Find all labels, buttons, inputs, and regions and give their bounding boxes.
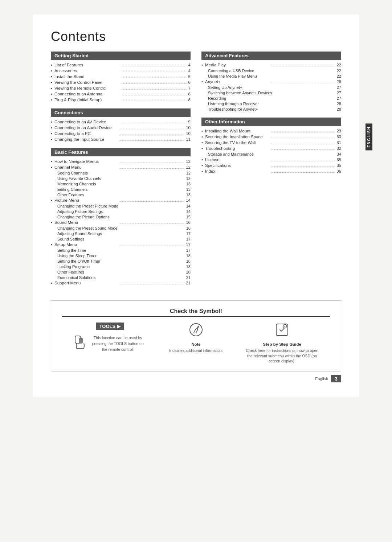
tools-badge-container: TOOLS ▶ [96, 323, 124, 332]
list-item: Changing the Input Source 11 [51, 136, 191, 142]
footer-language: English [315, 377, 328, 381]
list-item: Listening through a Receiver 28 [201, 101, 341, 106]
list-item: Adjusting Picture Settings 14 [51, 209, 191, 214]
list-item: Viewing the Control Panel 6 [51, 79, 191, 85]
note-icon [189, 323, 203, 340]
guide-icon: m [275, 323, 289, 340]
note-description: Indicates additional information. [169, 348, 223, 353]
tools-hand-icon [74, 335, 87, 352]
section-header-basic-features: Basic Features [51, 148, 191, 156]
list-item: Using the Sleep Timer 18 [51, 253, 191, 258]
list-item: Securing the Installation Space 30 [201, 134, 341, 140]
list-item: Media Play 22 [201, 62, 341, 68]
list-item: Economical Solutions 21 [51, 275, 191, 280]
list-item: License 35 [201, 157, 341, 163]
svg-point-4 [190, 324, 202, 336]
list-item: Using Favorite Channels 13 [51, 176, 191, 181]
list-item: Support Menu 21 [51, 280, 191, 286]
section-connections: Connections Connecting to an AV Device 9… [51, 108, 191, 142]
svg-text:m: m [284, 325, 286, 328]
guide-label: Step by Step Guide [263, 342, 301, 346]
toc-list-advanced-features: Media Play 22 Connecting a USB Device 22… [201, 62, 341, 112]
list-item: Connecting to an Audio Device 10 [51, 125, 191, 131]
section-basic-features: Basic Features How to Navigate Menus 12 … [51, 148, 191, 286]
list-item: Installing the Wall Mount 29 [201, 128, 341, 134]
toc-list-connections: Connecting to an AV Device 9 Connecting … [51, 119, 191, 142]
list-item: Locking Programs 18 [51, 264, 191, 269]
tools-badge: TOOLS ▶ [96, 323, 124, 330]
section-getting-started: Getting Started List of Features 4 Acces… [51, 52, 191, 103]
list-item: Accessories 4 [51, 68, 191, 74]
footer: English 3 [51, 375, 341, 382]
toc-list-basic-features: How to Navigate Menus 12 Channel Menu 12… [51, 159, 191, 286]
list-item: Troubleshooting for Anynet+ 28 [201, 106, 341, 112]
list-item: Editing Channels 13 [51, 186, 191, 192]
section-other-information: Other Information Installing the Wall Mo… [201, 118, 341, 174]
list-item: Specifications 35 [201, 163, 341, 168]
list-item: Changing the Preset Sound Mode 16 [51, 225, 191, 231]
symbol-note: Note Indicates additional information. [169, 323, 223, 353]
list-item: Channel Menu 12 [51, 164, 191, 170]
list-item: Install the Stand 5 [51, 74, 191, 79]
list-item: Connecting to an AV Device 9 [51, 119, 191, 125]
symbol-cols: TOOLS ▶ This function can be used by [62, 323, 330, 364]
list-item: Sound Menu 16 [51, 219, 191, 225]
list-item: Index 36 [201, 168, 341, 174]
list-item: Anynet+ 26 [201, 79, 341, 85]
list-item: Viewing the Remote Control 7 [51, 85, 191, 91]
page-title: Contents [51, 29, 341, 44]
list-item: Plug & Play (Initial Setup) 8 [51, 97, 191, 103]
toc-list-getting-started: List of Features 4 Accessories 4 Install… [51, 62, 191, 103]
list-item: Sound Settings 17 [51, 236, 191, 242]
symbol-box: Check the Symbol! TOOLS ▶ [51, 300, 341, 371]
list-item: List of Features 4 [51, 62, 191, 68]
list-item: Setting Up Anynet+ 27 [201, 85, 341, 90]
guide-description: Check here for instructions on how to op… [246, 348, 318, 364]
list-item: Securing the TV to the Wall 31 [201, 140, 341, 145]
language-sidebar: ENGLISH [366, 123, 372, 150]
list-item: Recording 27 [201, 95, 341, 101]
list-item: Changing the Preset Picture Mode 14 [51, 203, 191, 209]
list-item: Connecting to an Antenna 8 [51, 91, 191, 97]
list-item: Adjusting Sound Settings 17 [51, 231, 191, 236]
list-item: Other Features 20 [51, 269, 191, 275]
section-header-getting-started: Getting Started [51, 52, 191, 60]
left-column: Getting Started List of Features 4 Acces… [51, 52, 191, 292]
symbol-box-title: Check the Symbol! [62, 308, 330, 317]
note-label: Note [191, 342, 201, 346]
list-item: Other Features 13 [51, 192, 191, 197]
symbol-guide: m Step by Step Guide Check here for inst… [246, 323, 318, 364]
list-item: Connecting to a PC 10 [51, 131, 191, 136]
section-advanced-features: Advanced Features Media Play 22 Connecti… [201, 52, 341, 112]
list-item: Picture Menu 14 [51, 197, 191, 203]
list-item: Troubleshooting 32 [201, 145, 341, 151]
list-item: How to Navigate Menus 12 [51, 159, 191, 164]
footer-page-number: 3 [331, 375, 341, 382]
list-item: Setting the Time 17 [51, 247, 191, 253]
section-header-connections: Connections [51, 108, 191, 117]
list-item: Seeing Channels 12 [51, 170, 191, 176]
list-item: Storage and Maintenance 34 [201, 151, 341, 157]
section-header-advanced-features: Advanced Features [201, 52, 341, 60]
right-column: Advanced Features Media Play 22 Connecti… [201, 52, 341, 292]
list-item: Setting the On/Off Timer 18 [51, 258, 191, 264]
symbol-tools: TOOLS ▶ This function can be used by [74, 323, 146, 352]
svg-point-5 [197, 326, 199, 328]
list-item: Using the Media Play Menu 22 [201, 73, 341, 79]
list-item: Changing the Picture Options 15 [51, 214, 191, 219]
section-header-other-information: Other Information [201, 118, 341, 126]
toc-list-other-information: Installing the Wall Mount 29 Securing th… [201, 128, 341, 174]
list-item: Connecting a USB Device 22 [201, 68, 341, 73]
list-item: Setup Menu 17 [51, 242, 191, 247]
list-item: Memorizing Channels 13 [51, 181, 191, 186]
list-item: Switching between Anynet+ Devices 27 [201, 90, 341, 95]
tools-description: This function can be used by pressing th… [90, 335, 146, 352]
